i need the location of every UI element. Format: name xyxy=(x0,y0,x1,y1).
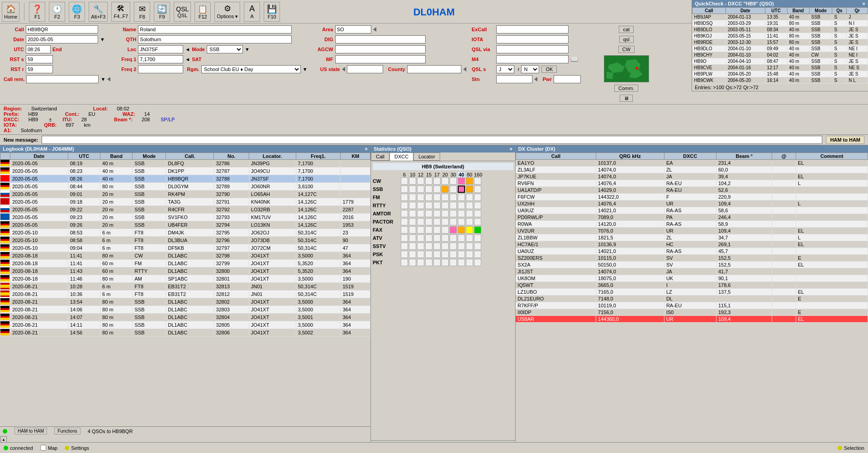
stats-cell[interactable] xyxy=(450,210,457,217)
qc-col-mode[interactable]: Mode xyxy=(809,8,832,14)
stats-cell[interactable] xyxy=(401,259,408,266)
qc-table-row[interactable]: HB9JAP 2004-01-13 13:35 40 m SSB S J xyxy=(693,14,868,20)
stats-cell[interactable] xyxy=(425,234,432,242)
table-row[interactable]: 2020-08-21 10:36 6 m FT8 EB31T2 32812 JN… xyxy=(0,291,370,298)
freq1-input[interactable] xyxy=(138,55,183,63)
table-row[interactable]: 2020-05-05 09:01 20 m SSB RK4PM 32790 LO… xyxy=(0,191,370,198)
dx-table-row[interactable]: ZL3ALF 14074,0 ZL 60,0 xyxy=(516,167,868,173)
stats-cell[interactable] xyxy=(409,243,416,250)
stats-cell[interactable] xyxy=(458,226,465,234)
stats-close[interactable]: × xyxy=(509,146,512,152)
stats-cell[interactable] xyxy=(417,251,424,258)
altf3-button[interactable]: 🔧 Alt+F3 xyxy=(89,2,108,22)
sp-lp[interactable]: SP/LP xyxy=(161,117,175,122)
rgm-arrow[interactable]: ▼ xyxy=(303,67,308,72)
name-input[interactable] xyxy=(138,25,292,33)
stats-cell[interactable] xyxy=(425,218,432,225)
table-row[interactable]: 2020-08-18 11:41 80 m CW DL1ABC 32798 JO… xyxy=(0,252,370,260)
stats-cell[interactable] xyxy=(441,218,449,225)
qc-table-row[interactable]: HB9CVE 2004-01-16 12:17 40 m SSB S NE S xyxy=(693,65,868,71)
stats-cell[interactable] xyxy=(433,218,441,225)
dx-table-row[interactable]: UA1ATD/P 14029,0 RA-EU 52,6 xyxy=(516,187,868,194)
stats-cell[interactable] xyxy=(474,226,481,234)
new-message-input[interactable] xyxy=(42,136,822,144)
qc-col-qs[interactable]: Qs xyxy=(832,8,847,14)
stats-cell[interactable] xyxy=(458,210,465,217)
dx-table-row[interactable]: II0IDP 7156,0 IS0 192,3 E xyxy=(516,309,868,316)
stats-cell[interactable] xyxy=(458,218,465,225)
stats-cell[interactable] xyxy=(458,177,465,185)
f12-button[interactable]: 📋 F12 xyxy=(194,2,211,22)
m4-input[interactable] xyxy=(496,55,569,63)
qc-col-date[interactable]: Date xyxy=(726,8,765,14)
stats-cell[interactable] xyxy=(433,194,441,201)
stats-cell[interactable] xyxy=(450,259,457,266)
f3-button[interactable]: 🌐 F3 xyxy=(69,2,85,22)
stats-cell[interactable] xyxy=(401,202,408,209)
stats-cell[interactable] xyxy=(474,202,481,209)
stats-cell[interactable] xyxy=(458,186,465,193)
date-input[interactable] xyxy=(26,35,98,43)
dx-table-row[interactable]: PD0RWL/P 7089,0 PA 246,4 xyxy=(516,214,868,221)
stats-cell[interactable] xyxy=(409,177,416,185)
stats-cell[interactable] xyxy=(401,234,408,242)
stats-cell[interactable] xyxy=(433,226,441,234)
stats-cell[interactable] xyxy=(401,177,408,185)
col-utc[interactable]: UTC xyxy=(68,153,100,160)
dx-col-beam[interactable]: Beam ° xyxy=(716,153,772,160)
stats-tab-locator[interactable]: Locator xyxy=(413,153,440,161)
stats-cell[interactable] xyxy=(433,251,441,258)
table-row[interactable]: 2020-08-21 13:54 80 m SSB DL1ABC 32802 J… xyxy=(0,298,370,306)
qc-col-utc[interactable]: UTC xyxy=(765,8,787,14)
pwr-input[interactable] xyxy=(554,75,581,83)
functions-button[interactable]: Functions xyxy=(54,428,80,434)
dx-table-row[interactable]: DL21EURO 7148,0 DL E xyxy=(516,296,868,302)
comm-button[interactable]: Comm. xyxy=(614,85,638,92)
dx-table-row[interactable]: UX2HH 14076,4 UR 109,4 L xyxy=(516,200,868,207)
dig-input[interactable] xyxy=(335,35,426,43)
qc-table-row[interactable]: HB9RDE 2003-12-30 15:57 80 m SSB S JE S xyxy=(693,39,868,46)
mode-select[interactable]: SSBCWFMFT8 xyxy=(207,45,243,53)
f4f7-button[interactable]: 🛠 F4..F7 xyxy=(111,2,130,22)
qc-col-qr[interactable]: Qr xyxy=(847,8,868,14)
stats-cell[interactable] xyxy=(425,226,432,234)
freq2-input[interactable] xyxy=(138,65,183,73)
table-row[interactable]: 2020-05-05 09:23 20 m SSB SV1FKO 32793 K… xyxy=(0,214,370,221)
stats-cell[interactable] xyxy=(409,218,416,225)
stats-cell[interactable] xyxy=(458,194,465,201)
dx-table-row[interactable]: R0WA 14120,0 RA-AS 58,9 xyxy=(516,221,868,228)
dx-table-row[interactable]: HC7AE/1 10136,9 HC 269,1 EL xyxy=(516,241,868,248)
table-row[interactable]: 2020-05-05 08:19 40 m SSB DL8FQ 32786 JN… xyxy=(0,160,370,167)
stats-cell[interactable] xyxy=(425,243,432,250)
stats-cell[interactable] xyxy=(441,226,449,234)
stats-cell[interactable] xyxy=(425,251,432,258)
stats-cell[interactable] xyxy=(417,210,424,217)
rsts-input[interactable] xyxy=(26,55,53,63)
stats-cell[interactable] xyxy=(425,210,432,217)
stats-cell[interactable] xyxy=(417,202,424,209)
qslr-select[interactable]: NY xyxy=(521,65,539,73)
qc-table-row[interactable]: HB9DLO 2003-05-11 08:34 40 m SSB S JE S xyxy=(693,27,868,33)
stats-cell[interactable] xyxy=(401,186,408,193)
stats-cell[interactable] xyxy=(433,234,441,242)
stats-cell[interactable] xyxy=(417,194,424,201)
stats-cell[interactable] xyxy=(401,226,408,234)
stats-cell[interactable] xyxy=(458,234,465,242)
qc-table-row[interactable]: HB9O 2004-04-10 08:47 40 m SSB S JE S xyxy=(693,58,868,65)
qslvia-input[interactable] xyxy=(496,45,569,53)
stats-cell[interactable] xyxy=(441,243,449,250)
mf-input[interactable] xyxy=(335,55,426,63)
table-row[interactable]: 2020-08-21 10:28 6 m FT8 EB31T2 32813 JN… xyxy=(0,283,370,291)
stats-cell[interactable] xyxy=(441,194,449,201)
stats-cell[interactable] xyxy=(474,194,481,201)
stats-tab-call[interactable]: Call xyxy=(371,153,389,161)
stats-cell[interactable] xyxy=(425,186,432,193)
stats-cell[interactable] xyxy=(409,226,416,234)
rstr-input[interactable] xyxy=(26,65,53,73)
qc-col-band[interactable]: Band xyxy=(787,8,809,14)
scroll-up[interactable]: ▲ xyxy=(0,436,7,443)
iota-input[interactable] xyxy=(496,35,569,43)
stats-cell[interactable] xyxy=(450,218,457,225)
qth-input[interactable] xyxy=(138,35,292,43)
dx-table-row[interactable]: UA9UZ 14021,0 RA-AS 58,6 xyxy=(516,207,868,214)
